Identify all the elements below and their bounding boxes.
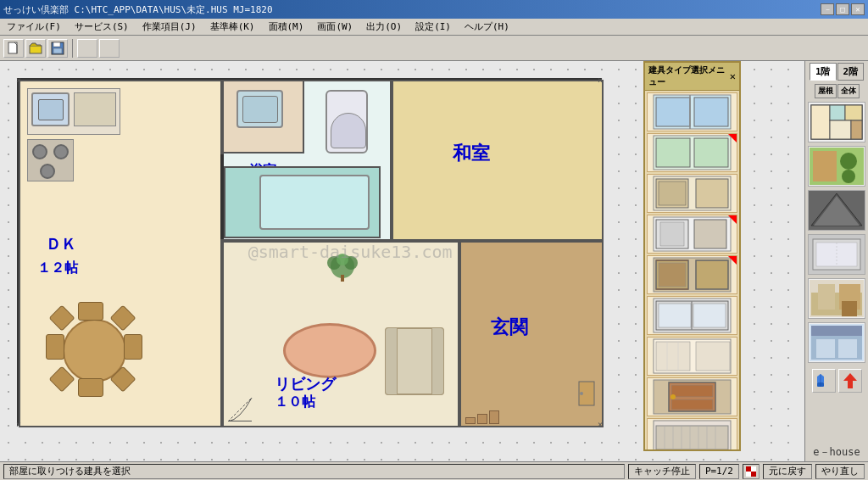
toolbar-new[interactable] <box>3 39 24 58</box>
living-label: リビング <box>275 374 336 394</box>
menu-output[interactable]: 出力(O) <box>363 20 405 34</box>
maximize-button[interactable]: □ <box>836 3 849 15</box>
minimize-button[interactable]: － <box>821 3 834 15</box>
svg-rect-89 <box>746 472 751 477</box>
svg-rect-82 <box>838 339 857 358</box>
menu-help[interactable]: ヘルプ(H) <box>461 20 513 34</box>
living-door <box>228 396 253 421</box>
floor-tab-2[interactable]: 2階 <box>837 63 865 81</box>
menu-screen[interactable]: 画面(W) <box>314 20 356 34</box>
bp-item-6[interactable] <box>647 296 737 335</box>
svg-rect-15 <box>694 98 728 126</box>
rp-floorplan-thumb[interactable] <box>808 102 865 142</box>
status-page-text: P=1/2 <box>705 466 733 477</box>
svg-rect-19 <box>694 138 728 167</box>
washitsu-label: 和室 <box>453 141 490 166</box>
svg-rect-22 <box>659 181 686 205</box>
svg-rect-3 <box>53 42 60 47</box>
washroom-basin <box>242 96 278 123</box>
svg-line-10 <box>228 398 252 421</box>
floor-tab-all[interactable]: 全体 <box>837 84 860 98</box>
bp-item-3[interactable] <box>647 174 737 213</box>
svg-point-67 <box>842 170 855 183</box>
floor-tabs: 1階 2階 <box>810 63 864 81</box>
rp-roof-thumb[interactable] <box>808 190 865 231</box>
bp-item-2[interactable] <box>647 133 737 172</box>
svg-rect-88 <box>751 472 756 477</box>
burner-3 <box>40 164 55 179</box>
canvas-area[interactable]: ＤＫ １２帖 <box>0 61 804 461</box>
toolbar-redo[interactable] <box>99 39 120 58</box>
svg-marker-86 <box>843 373 857 388</box>
bp-selected-indicator-4 <box>728 215 737 224</box>
living-tatami: １０帖 <box>275 393 315 411</box>
chair-tl <box>48 304 75 331</box>
toilet-bowl <box>331 113 366 148</box>
bp-item-4[interactable] <box>647 215 737 254</box>
bp-item-5[interactable] <box>647 255 737 294</box>
handle-bl: × <box>14 420 23 428</box>
handle-tl: × <box>14 75 23 84</box>
burner-1 <box>32 144 47 159</box>
toolbar-save[interactable] <box>47 39 68 58</box>
close-button[interactable]: ✕ <box>851 3 865 15</box>
bp-item-1[interactable] <box>647 92 737 131</box>
status-redo-text: やり直し <box>821 465 859 477</box>
build-panel-title: 建具タイプ選択メニュー ✕ <box>645 63 739 91</box>
status-redo[interactable]: やり直し <box>815 464 865 479</box>
bp-item-9[interactable] <box>647 418 737 449</box>
svg-rect-26 <box>660 222 684 246</box>
svg-rect-23 <box>696 179 728 208</box>
rp-interior-thumb[interactable] <box>808 278 865 319</box>
chair-top <box>78 302 103 321</box>
svg-rect-18 <box>656 138 690 167</box>
floor-tab-1[interactable]: 1階 <box>810 63 837 81</box>
toolbar-undo[interactable] <box>77 39 97 58</box>
svg-rect-36 <box>659 304 691 327</box>
build-panel-items: CLOSE <box>645 91 739 449</box>
rp-bedroom-thumb[interactable] <box>808 322 865 363</box>
plant <box>326 251 359 287</box>
handle-br: × <box>596 420 604 428</box>
bp-item-7[interactable] <box>647 337 737 376</box>
washroom-sink <box>236 90 283 128</box>
counter <box>74 92 116 126</box>
chair-left <box>46 334 64 360</box>
bp-item-8[interactable] <box>647 377 737 416</box>
toolbar-separator-1 <box>72 39 73 58</box>
svg-rect-33 <box>696 260 728 289</box>
menu-area[interactable]: 面積(M) <box>265 20 308 34</box>
svg-point-12 <box>580 392 583 395</box>
toolbar-open[interactable] <box>25 39 46 58</box>
svg-point-66 <box>840 153 857 170</box>
title-controls: － □ ✕ <box>821 3 865 15</box>
dk-tatami: １２帖 <box>37 260 78 277</box>
stove <box>27 139 74 181</box>
rp-garden-thumb[interactable] <box>808 146 865 187</box>
menu-settings[interactable]: 設定(I) <box>412 20 454 34</box>
bp-selected-indicator <box>728 134 737 142</box>
svg-rect-9 <box>341 275 344 282</box>
menu-work[interactable]: 作業項目(J) <box>139 20 200 34</box>
bp-selected-indicator-5 <box>728 256 737 265</box>
rp-mirror-thumb[interactable] <box>808 234 865 275</box>
sofa <box>385 327 444 404</box>
menu-base[interactable]: 基準棒(K) <box>207 20 259 34</box>
menu-file[interactable]: ファイル(F) <box>3 20 64 34</box>
build-panel-close-icon[interactable]: ✕ <box>730 70 736 82</box>
sofa-arm-right <box>431 327 444 395</box>
menu-service[interactable]: サービス(S) <box>71 20 132 34</box>
status-back[interactable]: 元に戻す <box>763 464 812 479</box>
status-page: P=1/2 <box>699 464 739 479</box>
svg-rect-62 <box>830 120 851 139</box>
toilet <box>326 90 368 153</box>
wall-segment <box>220 154 224 239</box>
pen-tool[interactable] <box>812 369 836 393</box>
status-capture[interactable]: キャッチ停止 <box>628 464 696 479</box>
arrow-tool[interactable] <box>838 369 862 393</box>
genkan-label: 玄関 <box>491 315 528 340</box>
floor-tab-roof[interactable]: 屋根 <box>815 84 837 98</box>
svg-rect-80 <box>811 326 862 336</box>
svg-rect-43 <box>696 342 730 371</box>
right-panel: 1階 2階 屋根 全体 <box>804 61 868 461</box>
